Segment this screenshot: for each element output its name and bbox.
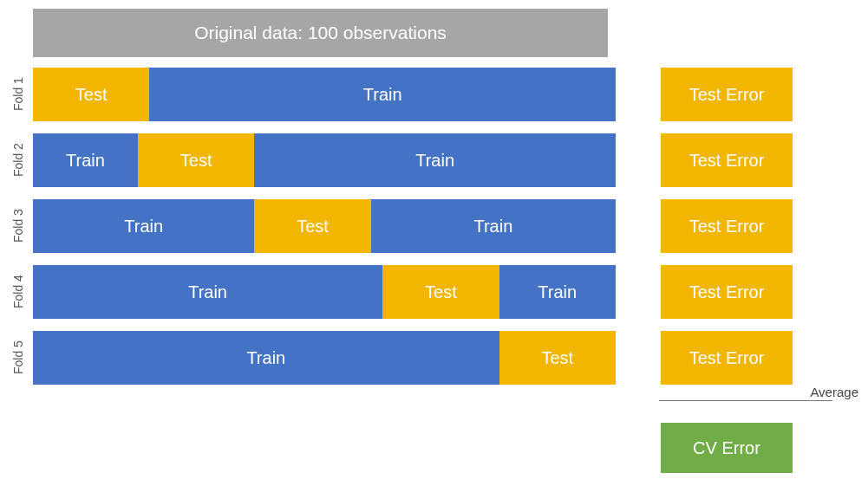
train-segment: Train xyxy=(33,133,138,187)
test-error-box: Test Error xyxy=(661,133,793,187)
fold-label: Fold 4 xyxy=(5,265,31,319)
average-divider: Average xyxy=(659,395,858,401)
fold-row: Fold 2TrainTestTrainTest Error xyxy=(5,133,859,187)
train-segment: Train xyxy=(254,133,616,187)
gap xyxy=(616,133,661,187)
test-error-box: Test Error xyxy=(661,265,793,319)
fold-row: Fold 3TrainTestTrainTest Error xyxy=(5,199,859,253)
train-segment: Train xyxy=(33,265,382,319)
gap xyxy=(616,265,661,319)
fold-label: Fold 1 xyxy=(5,68,31,121)
folds-area: Fold 1TestTrainTest ErrorFold 2TrainTest… xyxy=(5,68,859,385)
average-line xyxy=(659,400,832,401)
fold-bar: TrainTestTrain xyxy=(33,133,616,187)
test-segment: Test xyxy=(33,68,149,121)
test-error-box: Test Error xyxy=(661,331,793,385)
fold-row: Fold 4TrainTestTrainTest Error xyxy=(5,265,859,319)
train-segment: Train xyxy=(371,199,616,253)
cv-diagram: . Original data: 100 observations Fold 1… xyxy=(0,0,868,486)
average-label: Average xyxy=(810,385,858,399)
fold-row: Fold 5TrainTestTest Error xyxy=(5,331,859,385)
test-segment: Test xyxy=(499,331,616,385)
train-segment: Train xyxy=(499,265,616,319)
fold-label: Fold 2 xyxy=(5,133,31,187)
original-data-header: Original data: 100 observations xyxy=(33,9,608,57)
test-segment: Test xyxy=(254,199,370,253)
test-error-box: Test Error xyxy=(661,68,793,121)
fold-bar: TrainTestTrain xyxy=(33,265,616,319)
fold-row: Fold 1TestTrainTest Error xyxy=(5,68,859,121)
header-row: . Original data: 100 observations xyxy=(5,9,859,57)
fold-bar: TestTrain xyxy=(33,68,616,121)
fold-bar: TrainTest xyxy=(33,331,616,385)
fold-label: Fold 5 xyxy=(5,331,31,385)
test-segment: Test xyxy=(382,265,499,319)
train-segment: Train xyxy=(149,68,616,121)
train-segment: Train xyxy=(33,199,254,253)
gap xyxy=(616,199,661,253)
fold-label: Fold 3 xyxy=(5,199,31,253)
cv-error-box: CV Error xyxy=(661,423,793,473)
fold-bar: TrainTestTrain xyxy=(33,199,616,253)
gap xyxy=(616,68,661,121)
train-segment: Train xyxy=(33,331,499,385)
test-segment: Test xyxy=(138,133,254,187)
gap xyxy=(616,331,661,385)
test-error-box: Test Error xyxy=(661,199,793,253)
